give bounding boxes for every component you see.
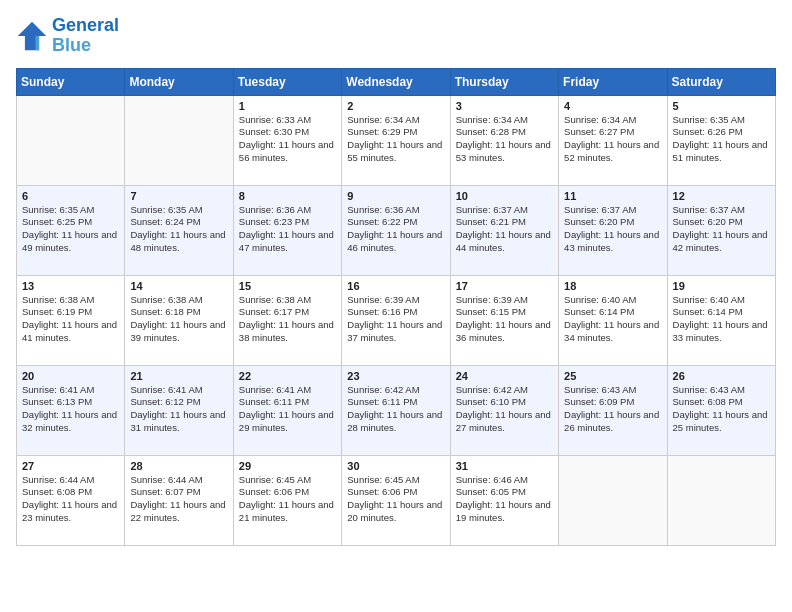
calendar-cell: 15Sunrise: 6:38 AM Sunset: 6:17 PM Dayli…: [233, 275, 341, 365]
day-number: 21: [130, 370, 227, 382]
calendar-cell: 18Sunrise: 6:40 AM Sunset: 6:14 PM Dayli…: [559, 275, 667, 365]
calendar-cell: 27Sunrise: 6:44 AM Sunset: 6:08 PM Dayli…: [17, 455, 125, 545]
day-number: 30: [347, 460, 444, 472]
calendar-cell: 22Sunrise: 6:41 AM Sunset: 6:11 PM Dayli…: [233, 365, 341, 455]
calendar-cell: 7Sunrise: 6:35 AM Sunset: 6:24 PM Daylig…: [125, 185, 233, 275]
calendar-cell: 1Sunrise: 6:33 AM Sunset: 6:30 PM Daylig…: [233, 95, 341, 185]
logo-icon: [16, 20, 48, 52]
day-number: 16: [347, 280, 444, 292]
day-info: Sunrise: 6:37 AM Sunset: 6:21 PM Dayligh…: [456, 204, 553, 255]
day-number: 23: [347, 370, 444, 382]
calendar-cell: 17Sunrise: 6:39 AM Sunset: 6:15 PM Dayli…: [450, 275, 558, 365]
day-info: Sunrise: 6:37 AM Sunset: 6:20 PM Dayligh…: [673, 204, 770, 255]
calendar-week-row: 13Sunrise: 6:38 AM Sunset: 6:19 PM Dayli…: [17, 275, 776, 365]
day-number: 20: [22, 370, 119, 382]
day-info: Sunrise: 6:44 AM Sunset: 6:07 PM Dayligh…: [130, 474, 227, 525]
day-info: Sunrise: 6:45 AM Sunset: 6:06 PM Dayligh…: [347, 474, 444, 525]
day-number: 27: [22, 460, 119, 472]
day-number: 29: [239, 460, 336, 472]
day-number: 17: [456, 280, 553, 292]
day-info: Sunrise: 6:46 AM Sunset: 6:05 PM Dayligh…: [456, 474, 553, 525]
calendar-cell: 21Sunrise: 6:41 AM Sunset: 6:12 PM Dayli…: [125, 365, 233, 455]
col-header-friday: Friday: [559, 68, 667, 95]
day-info: Sunrise: 6:34 AM Sunset: 6:28 PM Dayligh…: [456, 114, 553, 165]
calendar-cell: 8Sunrise: 6:36 AM Sunset: 6:23 PM Daylig…: [233, 185, 341, 275]
page-header: General Blue: [16, 16, 776, 56]
day-info: Sunrise: 6:33 AM Sunset: 6:30 PM Dayligh…: [239, 114, 336, 165]
day-number: 18: [564, 280, 661, 292]
calendar-cell: 29Sunrise: 6:45 AM Sunset: 6:06 PM Dayli…: [233, 455, 341, 545]
day-info: Sunrise: 6:34 AM Sunset: 6:29 PM Dayligh…: [347, 114, 444, 165]
calendar-cell: 13Sunrise: 6:38 AM Sunset: 6:19 PM Dayli…: [17, 275, 125, 365]
day-number: 26: [673, 370, 770, 382]
calendar-cell: 19Sunrise: 6:40 AM Sunset: 6:14 PM Dayli…: [667, 275, 775, 365]
day-info: Sunrise: 6:38 AM Sunset: 6:19 PM Dayligh…: [22, 294, 119, 345]
day-info: Sunrise: 6:38 AM Sunset: 6:18 PM Dayligh…: [130, 294, 227, 345]
day-info: Sunrise: 6:43 AM Sunset: 6:09 PM Dayligh…: [564, 384, 661, 435]
calendar-cell: 28Sunrise: 6:44 AM Sunset: 6:07 PM Dayli…: [125, 455, 233, 545]
calendar-cell: 24Sunrise: 6:42 AM Sunset: 6:10 PM Dayli…: [450, 365, 558, 455]
day-info: Sunrise: 6:42 AM Sunset: 6:11 PM Dayligh…: [347, 384, 444, 435]
calendar-header-row: SundayMondayTuesdayWednesdayThursdayFrid…: [17, 68, 776, 95]
day-number: 11: [564, 190, 661, 202]
calendar-cell: 20Sunrise: 6:41 AM Sunset: 6:13 PM Dayli…: [17, 365, 125, 455]
day-info: Sunrise: 6:36 AM Sunset: 6:23 PM Dayligh…: [239, 204, 336, 255]
day-number: 7: [130, 190, 227, 202]
day-info: Sunrise: 6:39 AM Sunset: 6:16 PM Dayligh…: [347, 294, 444, 345]
day-number: 6: [22, 190, 119, 202]
calendar-cell: [17, 95, 125, 185]
col-header-tuesday: Tuesday: [233, 68, 341, 95]
calendar-cell: [559, 455, 667, 545]
day-number: 13: [22, 280, 119, 292]
day-number: 5: [673, 100, 770, 112]
day-info: Sunrise: 6:35 AM Sunset: 6:26 PM Dayligh…: [673, 114, 770, 165]
day-number: 12: [673, 190, 770, 202]
calendar-cell: [125, 95, 233, 185]
day-info: Sunrise: 6:34 AM Sunset: 6:27 PM Dayligh…: [564, 114, 661, 165]
calendar-cell: 23Sunrise: 6:42 AM Sunset: 6:11 PM Dayli…: [342, 365, 450, 455]
day-number: 25: [564, 370, 661, 382]
day-number: 9: [347, 190, 444, 202]
calendar-week-row: 6Sunrise: 6:35 AM Sunset: 6:25 PM Daylig…: [17, 185, 776, 275]
col-header-wednesday: Wednesday: [342, 68, 450, 95]
calendar-cell: 4Sunrise: 6:34 AM Sunset: 6:27 PM Daylig…: [559, 95, 667, 185]
day-number: 4: [564, 100, 661, 112]
day-info: Sunrise: 6:35 AM Sunset: 6:24 PM Dayligh…: [130, 204, 227, 255]
day-number: 15: [239, 280, 336, 292]
day-info: Sunrise: 6:44 AM Sunset: 6:08 PM Dayligh…: [22, 474, 119, 525]
day-number: 3: [456, 100, 553, 112]
calendar-cell: 2Sunrise: 6:34 AM Sunset: 6:29 PM Daylig…: [342, 95, 450, 185]
day-info: Sunrise: 6:41 AM Sunset: 6:11 PM Dayligh…: [239, 384, 336, 435]
calendar-week-row: 27Sunrise: 6:44 AM Sunset: 6:08 PM Dayli…: [17, 455, 776, 545]
day-number: 14: [130, 280, 227, 292]
day-info: Sunrise: 6:35 AM Sunset: 6:25 PM Dayligh…: [22, 204, 119, 255]
day-number: 24: [456, 370, 553, 382]
day-info: Sunrise: 6:41 AM Sunset: 6:13 PM Dayligh…: [22, 384, 119, 435]
day-number: 8: [239, 190, 336, 202]
calendar-table: SundayMondayTuesdayWednesdayThursdayFrid…: [16, 68, 776, 546]
calendar-cell: 26Sunrise: 6:43 AM Sunset: 6:08 PM Dayli…: [667, 365, 775, 455]
day-info: Sunrise: 6:41 AM Sunset: 6:12 PM Dayligh…: [130, 384, 227, 435]
calendar-cell: 25Sunrise: 6:43 AM Sunset: 6:09 PM Dayli…: [559, 365, 667, 455]
day-info: Sunrise: 6:43 AM Sunset: 6:08 PM Dayligh…: [673, 384, 770, 435]
col-header-monday: Monday: [125, 68, 233, 95]
day-info: Sunrise: 6:38 AM Sunset: 6:17 PM Dayligh…: [239, 294, 336, 345]
calendar-cell: 6Sunrise: 6:35 AM Sunset: 6:25 PM Daylig…: [17, 185, 125, 275]
calendar-cell: 11Sunrise: 6:37 AM Sunset: 6:20 PM Dayli…: [559, 185, 667, 275]
day-info: Sunrise: 6:40 AM Sunset: 6:14 PM Dayligh…: [673, 294, 770, 345]
day-number: 10: [456, 190, 553, 202]
calendar-cell: 16Sunrise: 6:39 AM Sunset: 6:16 PM Dayli…: [342, 275, 450, 365]
col-header-thursday: Thursday: [450, 68, 558, 95]
calendar-cell: 31Sunrise: 6:46 AM Sunset: 6:05 PM Dayli…: [450, 455, 558, 545]
day-number: 1: [239, 100, 336, 112]
day-number: 22: [239, 370, 336, 382]
calendar-cell: 14Sunrise: 6:38 AM Sunset: 6:18 PM Dayli…: [125, 275, 233, 365]
col-header-sunday: Sunday: [17, 68, 125, 95]
col-header-saturday: Saturday: [667, 68, 775, 95]
day-info: Sunrise: 6:39 AM Sunset: 6:15 PM Dayligh…: [456, 294, 553, 345]
calendar-cell: 10Sunrise: 6:37 AM Sunset: 6:21 PM Dayli…: [450, 185, 558, 275]
day-info: Sunrise: 6:37 AM Sunset: 6:20 PM Dayligh…: [564, 204, 661, 255]
day-number: 28: [130, 460, 227, 472]
calendar-cell: 5Sunrise: 6:35 AM Sunset: 6:26 PM Daylig…: [667, 95, 775, 185]
calendar-week-row: 20Sunrise: 6:41 AM Sunset: 6:13 PM Dayli…: [17, 365, 776, 455]
